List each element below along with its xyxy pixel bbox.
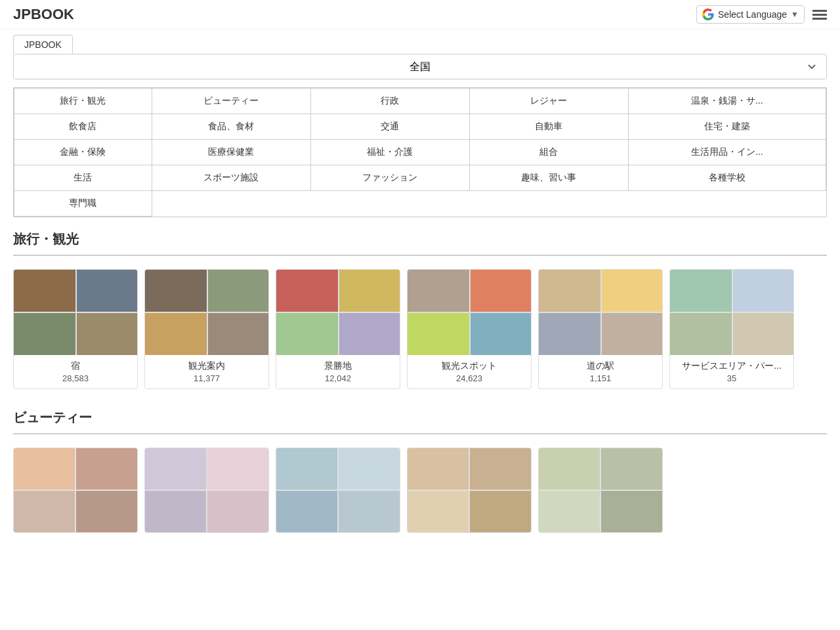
category-cell[interactable]: 各種学校 — [628, 165, 826, 191]
thumb-part — [339, 270, 400, 312]
site-logo[interactable]: JPBOOK — [13, 6, 74, 23]
section-beauty: ビューティー — [0, 409, 840, 553]
thumb-part — [471, 270, 532, 312]
beauty-preview — [13, 448, 827, 533]
thumb-part — [14, 313, 75, 355]
thumb-part — [471, 313, 532, 355]
thumb-part — [276, 313, 338, 355]
beauty-thumb-part — [76, 491, 137, 532]
card-count: 11,377 — [150, 373, 263, 383]
travel-card[interactable]: 道の駅1,151 — [538, 269, 663, 389]
category-cell[interactable]: 金融・保険 — [14, 140, 152, 165]
thumb-part — [670, 270, 732, 312]
beauty-thumb-part — [339, 491, 400, 532]
menu-line-3 — [812, 18, 827, 20]
language-dropdown-arrow: ▼ — [791, 10, 799, 19]
thumb-part — [733, 313, 794, 355]
beauty-card-1[interactable] — [13, 448, 138, 533]
card-name: 景勝地 — [282, 360, 394, 372]
beauty-thumb-part — [145, 491, 206, 532]
beauty-thumb-part — [539, 491, 600, 532]
google-icon — [702, 9, 714, 20]
region-select[interactable]: 全国 北海道 東北 関東 中部 近畿 中国 四国 九州・沖縄 — [13, 54, 827, 79]
thumb-part — [145, 313, 207, 355]
category-cell[interactable] — [310, 191, 469, 217]
thumb-part — [670, 313, 732, 355]
beauty-thumb-part — [408, 448, 469, 490]
card-count: 28,583 — [19, 373, 132, 383]
card-info: 観光スポット24,623 — [408, 355, 531, 388]
menu-line-2 — [812, 14, 827, 16]
beauty-thumb-part — [14, 448, 75, 490]
thumb-part — [14, 270, 75, 312]
thumb-part — [276, 270, 338, 312]
beauty-thumb-part — [145, 448, 206, 490]
card-count: 24,623 — [413, 373, 526, 383]
beauty-thumb-part — [76, 448, 137, 490]
category-cell[interactable]: 行政 — [310, 89, 469, 114]
category-cell[interactable] — [152, 191, 310, 217]
card-info: 観光案内11,377 — [145, 355, 268, 388]
travel-card[interactable]: 宿28,583 — [13, 269, 138, 389]
section-beauty-divider — [13, 433, 827, 434]
category-cell[interactable]: 飲食店 — [14, 114, 152, 140]
travel-card[interactable]: 景勝地12,042 — [276, 269, 400, 389]
header: JPBOOK Select Language ▼ — [0, 0, 840, 30]
tab-jpbook[interactable]: JPBOOK — [13, 35, 73, 54]
beauty-card-3[interactable] — [276, 448, 400, 533]
category-cell[interactable]: 食品、食材 — [152, 114, 310, 140]
beauty-thumb-part — [14, 491, 75, 532]
category-cell[interactable]: 住宅・建築 — [628, 114, 826, 140]
category-cell[interactable]: 専門職 — [14, 191, 152, 217]
category-cell[interactable]: 趣味、習い事 — [469, 165, 628, 191]
card-info: 景勝地12,042 — [276, 355, 400, 388]
card-count: 1,151 — [544, 373, 657, 383]
card-name: 宿 — [19, 360, 132, 372]
category-cell[interactable]: 生活 — [14, 165, 152, 191]
section-travel: 旅行・観光 宿28,583観光案内11,377景勝地12,042観光スポット24… — [0, 230, 840, 409]
nav-tabs: JPBOOK — [0, 30, 840, 54]
category-cell[interactable]: レジャー — [469, 89, 628, 114]
beauty-thumb-part — [276, 491, 337, 532]
category-cell[interactable]: 福祉・介護 — [310, 140, 469, 165]
card-thumbnail — [539, 270, 663, 355]
language-selector[interactable]: Select Language ▼ — [696, 5, 805, 24]
thumb-part — [145, 270, 207, 312]
category-cell[interactable]: 医療保健業 — [152, 140, 310, 165]
beauty-card-5[interactable] — [538, 448, 663, 533]
card-thumbnail — [276, 270, 400, 355]
category-cell[interactable]: 組合 — [469, 140, 628, 165]
category-cell[interactable]: 温泉・銭湯・サ... — [628, 89, 826, 114]
category-cell[interactable]: 自動車 — [469, 114, 628, 140]
beauty-thumb-part — [470, 448, 531, 490]
travel-card[interactable]: サービスエリア・パー...35 — [669, 269, 794, 389]
card-thumbnail — [145, 270, 269, 355]
beauty-thumb-part — [601, 491, 662, 532]
beauty-thumb-part — [539, 448, 600, 490]
card-count: 35 — [675, 373, 788, 383]
beauty-card-2[interactable] — [144, 448, 269, 533]
card-thumbnail — [14, 270, 138, 355]
category-cell[interactable]: 旅行・観光 — [14, 89, 152, 114]
card-name: 道の駅 — [544, 360, 657, 372]
travel-card[interactable]: 観光案内11,377 — [144, 269, 269, 389]
thumb-part — [408, 313, 469, 355]
beauty-card-4[interactable] — [407, 448, 532, 533]
category-cell[interactable] — [469, 191, 628, 217]
card-info: 道の駅1,151 — [539, 355, 662, 388]
category-cell[interactable]: ファッション — [310, 165, 469, 191]
category-cell[interactable]: 生活用品・イン... — [628, 140, 826, 165]
category-cell[interactable]: 交通 — [310, 114, 469, 140]
category-cell[interactable]: ビューティー — [152, 89, 310, 114]
section-travel-divider — [13, 255, 827, 256]
category-grid: 旅行・観光ビューティー行政レジャー温泉・銭湯・サ...飲食店食品、食材交通自動車… — [13, 87, 827, 217]
menu-icon[interactable] — [812, 10, 827, 20]
category-cell[interactable] — [628, 191, 826, 217]
thumb-part — [77, 270, 138, 312]
card-name: 観光スポット — [413, 360, 526, 372]
travel-card[interactable]: 観光スポット24,623 — [407, 269, 532, 389]
beauty-thumb-part — [470, 491, 531, 532]
thumb-part — [208, 270, 269, 312]
category-cell[interactable]: スポーツ施設 — [152, 165, 310, 191]
card-thumbnail — [670, 270, 794, 355]
